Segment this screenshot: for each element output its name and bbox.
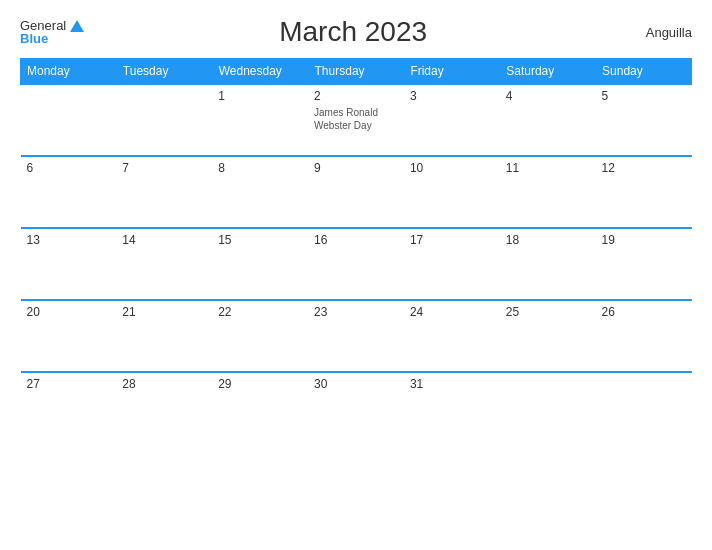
day-number: 23 bbox=[314, 305, 398, 319]
event-label: James Ronald Webster Day bbox=[314, 106, 398, 132]
weekday-header-cell: Tuesday bbox=[116, 59, 212, 85]
calendar-day-cell: 4 bbox=[500, 84, 596, 156]
calendar-day-cell: 6 bbox=[21, 156, 117, 228]
calendar-header: General Blue March 2023 Anguilla bbox=[20, 16, 692, 48]
day-number: 19 bbox=[602, 233, 686, 247]
logo: General Blue bbox=[20, 19, 84, 45]
day-number: 3 bbox=[410, 89, 494, 103]
day-number: 17 bbox=[410, 233, 494, 247]
day-number: 1 bbox=[218, 89, 302, 103]
calendar-day-cell: 22 bbox=[212, 300, 308, 372]
calendar-day-cell bbox=[596, 372, 692, 444]
day-number: 20 bbox=[27, 305, 111, 319]
weekday-header-cell: Friday bbox=[404, 59, 500, 85]
day-number: 18 bbox=[506, 233, 590, 247]
calendar-day-cell: 2James Ronald Webster Day bbox=[308, 84, 404, 156]
calendar-day-cell: 20 bbox=[21, 300, 117, 372]
day-number: 14 bbox=[122, 233, 206, 247]
day-number: 11 bbox=[506, 161, 590, 175]
logo-blue-text: Blue bbox=[20, 32, 48, 45]
calendar-day-cell: 12 bbox=[596, 156, 692, 228]
day-number: 21 bbox=[122, 305, 206, 319]
calendar-day-cell bbox=[500, 372, 596, 444]
calendar-day-cell: 27 bbox=[21, 372, 117, 444]
weekday-header-cell: Sunday bbox=[596, 59, 692, 85]
calendar-day-cell: 10 bbox=[404, 156, 500, 228]
day-number: 8 bbox=[218, 161, 302, 175]
day-number: 6 bbox=[27, 161, 111, 175]
day-number: 9 bbox=[314, 161, 398, 175]
weekday-header-cell: Monday bbox=[21, 59, 117, 85]
weekday-header-cell: Wednesday bbox=[212, 59, 308, 85]
calendar-day-cell: 5 bbox=[596, 84, 692, 156]
calendar-day-cell: 7 bbox=[116, 156, 212, 228]
weekday-header-cell: Saturday bbox=[500, 59, 596, 85]
calendar-day-cell: 18 bbox=[500, 228, 596, 300]
calendar-week-row: 13141516171819 bbox=[21, 228, 692, 300]
calendar-day-cell: 23 bbox=[308, 300, 404, 372]
calendar-day-cell: 28 bbox=[116, 372, 212, 444]
calendar-day-cell: 1 bbox=[212, 84, 308, 156]
calendar-week-row: 6789101112 bbox=[21, 156, 692, 228]
calendar-title: March 2023 bbox=[84, 16, 622, 48]
day-number: 31 bbox=[410, 377, 494, 391]
calendar-week-row: 12James Ronald Webster Day345 bbox=[21, 84, 692, 156]
day-number: 2 bbox=[314, 89, 398, 103]
calendar-day-cell: 15 bbox=[212, 228, 308, 300]
calendar-day-cell: 11 bbox=[500, 156, 596, 228]
calendar-day-cell: 17 bbox=[404, 228, 500, 300]
calendar-day-cell: 29 bbox=[212, 372, 308, 444]
day-number: 24 bbox=[410, 305, 494, 319]
day-number: 29 bbox=[218, 377, 302, 391]
day-number: 25 bbox=[506, 305, 590, 319]
calendar-container: General Blue March 2023 Anguilla MondayT… bbox=[0, 0, 712, 550]
calendar-week-row: 2728293031 bbox=[21, 372, 692, 444]
day-number: 10 bbox=[410, 161, 494, 175]
calendar-day-cell: 13 bbox=[21, 228, 117, 300]
calendar-day-cell: 16 bbox=[308, 228, 404, 300]
weekday-header-row: MondayTuesdayWednesdayThursdayFridaySatu… bbox=[21, 59, 692, 85]
calendar-day-cell: 31 bbox=[404, 372, 500, 444]
calendar-day-cell: 30 bbox=[308, 372, 404, 444]
calendar-day-cell: 26 bbox=[596, 300, 692, 372]
calendar-day-cell: 3 bbox=[404, 84, 500, 156]
day-number: 28 bbox=[122, 377, 206, 391]
day-number: 7 bbox=[122, 161, 206, 175]
calendar-day-cell: 19 bbox=[596, 228, 692, 300]
day-number: 5 bbox=[602, 89, 686, 103]
day-number: 13 bbox=[27, 233, 111, 247]
day-number: 12 bbox=[602, 161, 686, 175]
calendar-day-cell: 8 bbox=[212, 156, 308, 228]
country-label: Anguilla bbox=[622, 25, 692, 40]
logo-triangle-icon bbox=[70, 20, 84, 32]
day-number: 22 bbox=[218, 305, 302, 319]
day-number: 26 bbox=[602, 305, 686, 319]
day-number: 30 bbox=[314, 377, 398, 391]
calendar-grid: MondayTuesdayWednesdayThursdayFridaySatu… bbox=[20, 58, 692, 444]
calendar-day-cell: 24 bbox=[404, 300, 500, 372]
calendar-day-cell bbox=[21, 84, 117, 156]
calendar-day-cell bbox=[116, 84, 212, 156]
weekday-header-cell: Thursday bbox=[308, 59, 404, 85]
day-number: 15 bbox=[218, 233, 302, 247]
day-number: 4 bbox=[506, 89, 590, 103]
day-number: 27 bbox=[27, 377, 111, 391]
day-number: 16 bbox=[314, 233, 398, 247]
calendar-day-cell: 9 bbox=[308, 156, 404, 228]
calendar-week-row: 20212223242526 bbox=[21, 300, 692, 372]
calendar-day-cell: 25 bbox=[500, 300, 596, 372]
calendar-day-cell: 21 bbox=[116, 300, 212, 372]
calendar-day-cell: 14 bbox=[116, 228, 212, 300]
